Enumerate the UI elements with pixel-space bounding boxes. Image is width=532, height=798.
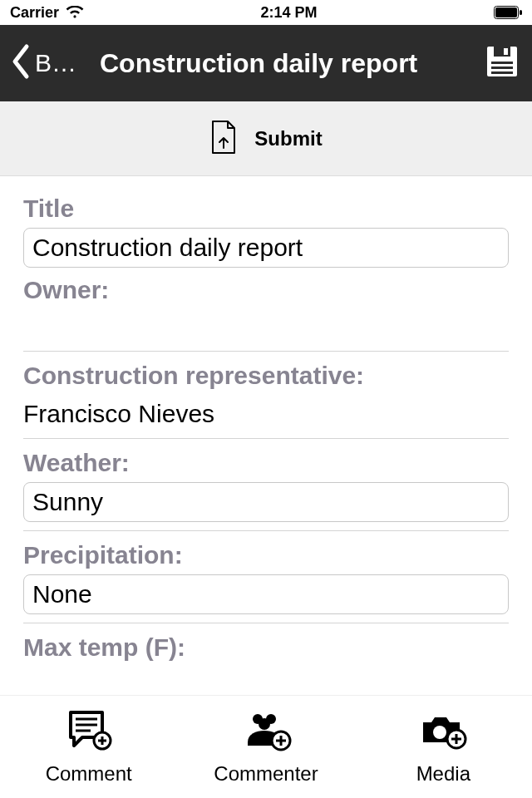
precip-input[interactable] (32, 580, 500, 608)
precip-label: Precipitation: (23, 541, 509, 569)
precip-input-wrap[interactable] (23, 574, 509, 614)
back-button[interactable]: B… (10, 43, 93, 83)
title-label: Title (23, 195, 509, 223)
comment-add-icon (66, 709, 112, 756)
clock-label: 2:14 PM (261, 4, 318, 22)
svg-point-17 (259, 718, 270, 730)
save-button[interactable] (482, 42, 522, 85)
people-add-icon (239, 709, 293, 756)
save-icon (482, 70, 522, 84)
owner-value (23, 309, 509, 351)
submit-label: Submit (254, 127, 322, 150)
comment-label: Comment (46, 762, 132, 786)
bottom-bar: Comment Commenter Media (0, 695, 532, 798)
nav-header: B… Construction daily report (0, 25, 532, 101)
camera-add-icon (418, 709, 468, 756)
title-input-wrap[interactable] (23, 228, 509, 268)
rep-value: Francisco Nieves (23, 395, 509, 438)
carrier-label: Carrier (10, 4, 59, 22)
back-label: B… (35, 49, 76, 77)
divider (23, 351, 509, 352)
media-button[interactable]: Media (355, 696, 532, 798)
commenter-label: Commenter (214, 762, 318, 786)
wifi-icon (66, 6, 84, 19)
page-title: Construction daily report (100, 48, 482, 79)
battery-icon (494, 6, 522, 19)
svg-rect-2 (520, 10, 522, 15)
svg-rect-5 (504, 48, 508, 55)
svg-point-21 (433, 726, 446, 739)
svg-rect-8 (491, 71, 513, 74)
svg-rect-6 (491, 62, 513, 64)
status-bar: Carrier 2:14 PM (0, 0, 532, 25)
svg-rect-7 (491, 66, 513, 69)
title-input[interactable] (32, 234, 500, 262)
weather-input[interactable] (32, 488, 500, 516)
divider (23, 530, 509, 531)
upload-file-icon (209, 120, 238, 158)
media-label: Media (416, 762, 470, 786)
weather-label: Weather: (23, 449, 509, 477)
divider (23, 623, 509, 623)
maxtemp-label: Max temp (F): (23, 633, 509, 662)
commenter-button[interactable]: Commenter (177, 696, 354, 798)
weather-input-wrap[interactable] (23, 482, 509, 522)
rep-label: Construction representative: (23, 362, 509, 390)
comment-button[interactable]: Comment (0, 696, 177, 798)
divider (23, 438, 509, 439)
form-body: Title Owner: Construction representative… (0, 176, 532, 662)
svg-rect-1 (495, 7, 517, 17)
chevron-left-icon (10, 43, 32, 83)
submit-button[interactable]: Submit (0, 101, 532, 176)
owner-label: Owner: (23, 276, 509, 304)
